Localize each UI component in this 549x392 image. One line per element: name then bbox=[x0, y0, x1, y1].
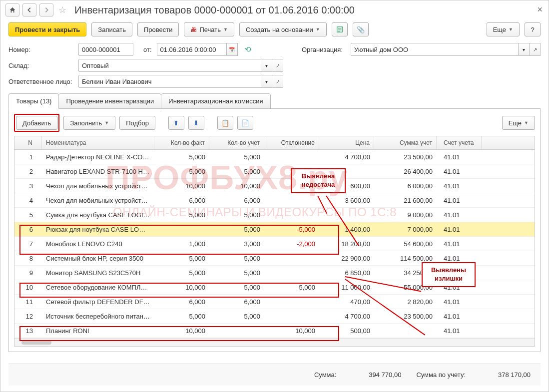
highlight-surplus-row-13 bbox=[19, 326, 339, 341]
chevron-down-icon: ▼ bbox=[509, 27, 513, 32]
highlight-surplus-row-10 bbox=[19, 283, 339, 298]
responsible-field[interactable]: Белкин Иван Иванович bbox=[78, 75, 261, 88]
cell-acc: 41.01 bbox=[437, 197, 482, 204]
cell-fact: 5,000 bbox=[154, 153, 209, 161]
table-more-button[interactable]: Еще▼ bbox=[502, 116, 535, 130]
scroll-thumb[interactable] bbox=[21, 341, 51, 345]
total-sum-uchet-label: Сумма по учету: bbox=[416, 371, 466, 379]
calendar-icon[interactable]: 📅 bbox=[227, 43, 238, 56]
tab-goods[interactable]: Товары (13) bbox=[8, 93, 59, 109]
cell-sum: 2 820,00 bbox=[374, 298, 437, 306]
number-field[interactable]: 0000-000001 bbox=[78, 43, 133, 56]
chevron-down-icon[interactable]: ▾ bbox=[261, 59, 272, 72]
open-icon[interactable]: ↗ bbox=[530, 43, 541, 56]
chevron-down-icon[interactable]: ▾ bbox=[261, 75, 272, 88]
responsible-label: Ответственное лицо: bbox=[8, 78, 73, 85]
cell-acc: 41.01 bbox=[437, 255, 482, 262]
more-button[interactable]: Еще▼ bbox=[487, 22, 520, 36]
copy-icon[interactable]: 📋 bbox=[217, 116, 233, 130]
printer-icon: 🖶 bbox=[190, 26, 197, 33]
cell-fact: 10,000 bbox=[154, 182, 209, 190]
cell-n: 9 bbox=[14, 269, 42, 277]
table-row[interactable]: 4Чехол для мобильных устройств ...6,0006… bbox=[14, 193, 535, 208]
col-nomenclature[interactable]: Номенклатура bbox=[42, 136, 154, 149]
cell-n: 12 bbox=[14, 313, 42, 320]
col-n[interactable]: N bbox=[14, 136, 42, 149]
star-icon[interactable]: ☆ bbox=[56, 4, 68, 15]
col-deviation[interactable]: Отклонение bbox=[264, 136, 319, 149]
col-qty-account[interactable]: Кол-во учет bbox=[209, 136, 264, 149]
cell-n: 11 bbox=[14, 298, 42, 306]
table-row[interactable]: 3Чехол для мобильных устройств ...10,000… bbox=[14, 179, 535, 193]
save-button[interactable]: Записать bbox=[91, 22, 132, 36]
cell-acc: 41.01 bbox=[437, 226, 482, 233]
cell-sum: 26 400,00 bbox=[374, 168, 437, 175]
chevron-down-icon[interactable]: ▾ bbox=[519, 43, 530, 56]
callout-shortage: Выявлена недостача bbox=[291, 168, 346, 193]
total-sum: 394 770,00 bbox=[351, 371, 401, 379]
col-qty-fact[interactable]: Кол-во факт bbox=[154, 136, 209, 149]
grid-header: N Номенклатура Кол-во факт Кол-во учет О… bbox=[14, 136, 535, 150]
highlight-shortage-rows bbox=[19, 225, 339, 255]
home-icon[interactable] bbox=[5, 3, 19, 16]
post-button[interactable]: Провести bbox=[137, 22, 179, 36]
add-button[interactable]: Добавить bbox=[16, 116, 57, 130]
col-price[interactable]: Цена bbox=[319, 136, 374, 149]
cell-uchet: 5,000 bbox=[209, 269, 264, 277]
cell-nom: Сумка для ноутбука CASE LOGIS... bbox=[42, 211, 154, 219]
table-row[interactable]: 2Навигатор LEXAND STR-7100 HDR5,0005,000… bbox=[14, 164, 535, 179]
warehouse-field[interactable]: Оптовый bbox=[78, 59, 261, 72]
window-title: Инвентаризация товаров 0000-000001 от 01… bbox=[74, 4, 355, 16]
cell-nom: Навигатор LEXAND STR-7100 HDR bbox=[42, 168, 154, 175]
attach-icon[interactable]: 📎 bbox=[353, 22, 369, 36]
cell-price: 4 700,00 bbox=[319, 153, 374, 161]
cell-fact: 5,000 bbox=[154, 255, 209, 262]
fill-button[interactable]: Заполнить▼ bbox=[63, 116, 115, 130]
cell-sum: 7 000,00 bbox=[374, 226, 437, 233]
move-up-icon[interactable]: ⬆ bbox=[168, 116, 184, 130]
cell-acc: 41.01 bbox=[437, 153, 482, 161]
print-button[interactable]: 🖶Печать▼ bbox=[184, 22, 234, 36]
open-icon[interactable]: ↗ bbox=[272, 59, 283, 72]
report-icon[interactable] bbox=[332, 22, 348, 36]
pick-button[interactable]: Подбор bbox=[119, 116, 155, 130]
cell-n: 4 bbox=[14, 197, 42, 204]
organization-field[interactable]: Уютный дом ООО bbox=[351, 43, 519, 56]
close-icon[interactable]: × bbox=[537, 4, 543, 15]
post-and-close-button[interactable]: Провести и закрыть bbox=[8, 22, 86, 36]
cell-nom: Системный блок HP, серия 3500 bbox=[42, 255, 154, 262]
help-icon[interactable]: ? bbox=[525, 22, 541, 36]
cell-fact: 5,000 bbox=[154, 211, 209, 219]
move-down-icon[interactable]: ⬇ bbox=[188, 116, 204, 130]
back-icon[interactable] bbox=[22, 3, 36, 16]
warehouse-label: Склад: bbox=[8, 62, 73, 69]
from-label: от: bbox=[143, 46, 152, 53]
cell-fact: 6,000 bbox=[154, 298, 209, 306]
cell-price: 470,00 bbox=[319, 298, 374, 306]
cell-sum: 21 600,00 bbox=[374, 197, 437, 204]
cell-uchet: 6,000 bbox=[209, 197, 264, 204]
cell-acc: 41.01 bbox=[437, 211, 482, 219]
org-label: Организация: bbox=[302, 46, 343, 53]
tab-conducting[interactable]: Проведение инвентаризации bbox=[58, 93, 161, 109]
table-row[interactable]: 1Радар-Детектор NEOLINE X-COP ...5,0005,… bbox=[14, 150, 535, 164]
table-row[interactable]: 5Сумка для ноутбука CASE LOGIS...5,0005,… bbox=[14, 208, 535, 222]
cell-fact: 5,000 bbox=[154, 269, 209, 277]
cell-fact: 6,000 bbox=[154, 197, 209, 204]
tab-commission[interactable]: Инвентаризационная комиссия bbox=[161, 93, 270, 109]
cell-sum: 54 600,00 bbox=[374, 240, 437, 248]
cell-n: 2 bbox=[14, 168, 42, 175]
cell-fact: 5,000 bbox=[154, 168, 209, 175]
create-based-button[interactable]: Создать на основании▼ bbox=[239, 22, 327, 36]
col-sum-account[interactable]: Сумма учет bbox=[374, 136, 437, 149]
open-icon[interactable]: ↗ bbox=[272, 75, 283, 88]
date-field[interactable]: 01.06.2016 0:00:00 bbox=[157, 43, 227, 56]
table-row[interactable]: 12Источник бесперебойного питани...5,000… bbox=[14, 309, 535, 324]
chevron-down-icon: ▼ bbox=[524, 120, 529, 125]
col-account[interactable]: Счет учета bbox=[437, 136, 482, 149]
cell-nom: Сетевой фильтр DEFENDER DFS ... bbox=[42, 298, 154, 306]
cell-price: 6 850,00 bbox=[319, 269, 374, 277]
paste-icon[interactable]: 📄 bbox=[237, 116, 253, 130]
cell-price: 4 700,00 bbox=[319, 313, 374, 320]
forward-icon[interactable] bbox=[39, 3, 53, 16]
